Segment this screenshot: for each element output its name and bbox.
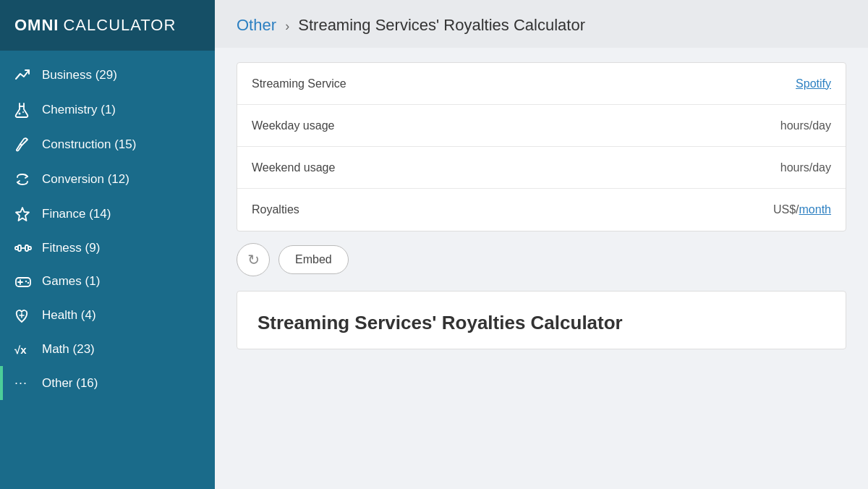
action-buttons: ↺ Embed [237, 243, 846, 276]
logo-calculator: CALCULATOR [63, 16, 176, 35]
business-icon [14, 67, 36, 83]
sidebar-item-health[interactable]: Health (4) [0, 298, 215, 333]
conversion-icon [14, 171, 36, 187]
sidebar-item-math-label: Math (23) [42, 342, 95, 357]
streaming-service-value: Spotify [796, 77, 831, 90]
sidebar-item-conversion-label: Conversion (12) [42, 172, 129, 187]
streaming-service-label: Streaming Service [252, 77, 796, 90]
royalties-value: US$/month [773, 203, 831, 216]
chemistry-icon [14, 102, 36, 118]
sidebar-item-games-label: Games (1) [42, 274, 100, 289]
construction-icon [14, 137, 36, 153]
other-icon: ··· [14, 375, 36, 391]
sidebar-item-construction-label: Construction (15) [42, 137, 136, 152]
svg-point-11 [25, 281, 27, 282]
sidebar-item-other[interactable]: ··· Other (16) [0, 366, 215, 400]
sidebar-item-finance-label: Finance (14) [42, 207, 111, 221]
sidebar-item-games[interactable]: Games (1) [0, 265, 215, 298]
sidebar-item-fitness[interactable]: Fitness (9) [0, 231, 215, 265]
main-content: Other › Streaming Services' Royalties Ca… [215, 0, 868, 489]
svg-point-12 [27, 282, 29, 284]
logo-omni: OMNI [14, 16, 59, 35]
breadcrumb-current: Streaming Services' Royalties Calculator [298, 16, 585, 34]
reset-button[interactable]: ↺ [237, 243, 270, 276]
reset-icon: ↺ [247, 251, 260, 268]
finance-icon [14, 206, 36, 222]
calc-row-weekend: Weekend usage hours/day [237, 147, 846, 189]
sidebar-header: OMNI CALCULATOR [0, 0, 215, 51]
sidebar-item-other-label: Other (16) [42, 376, 98, 391]
sidebar-item-conversion[interactable]: Conversion (12) [0, 162, 215, 197]
calc-row-streaming-service: Streaming Service Spotify [237, 63, 846, 105]
spotify-link[interactable]: Spotify [796, 77, 831, 90]
health-icon [14, 307, 36, 323]
sidebar-nav: Business (29) Chemistry (1) Construc [0, 51, 215, 489]
sidebar-item-finance[interactable]: Finance (14) [0, 197, 215, 231]
embed-button[interactable]: Embed [278, 245, 349, 274]
svg-rect-6 [25, 245, 28, 251]
svg-point-2 [22, 111, 24, 113]
sidebar-item-fitness-label: Fitness (9) [42, 241, 100, 255]
sidebar-item-business-label: Business (29) [42, 68, 117, 82]
sidebar-item-chemistry-label: Chemistry (1) [42, 103, 116, 117]
calc-row-weekday: Weekday usage hours/day [237, 105, 846, 147]
weekday-value: hours/day [780, 119, 831, 132]
calculator-card: Streaming Service Spotify Weekday usage … [237, 62, 846, 231]
article-title: Streaming Services' Royalties Calculator [258, 312, 825, 334]
games-icon [14, 275, 36, 288]
sidebar-item-chemistry[interactable]: Chemistry (1) [0, 93, 215, 127]
breadcrumb: Other › Streaming Services' Royalties Ca… [215, 0, 868, 48]
article-section: Streaming Services' Royalties Calculator [237, 291, 846, 349]
weekday-label: Weekday usage [252, 119, 780, 132]
sidebar-item-business[interactable]: Business (29) [0, 58, 215, 93]
calc-row-royalties: Royalties US$/month [237, 189, 846, 231]
sidebar-item-construction[interactable]: Construction (15) [0, 127, 215, 162]
math-icon: √x [14, 344, 36, 356]
sidebar-item-health-label: Health (4) [42, 308, 96, 323]
breadcrumb-separator: › [285, 19, 289, 33]
weekend-value: hours/day [780, 161, 831, 174]
sidebar: OMNI CALCULATOR Business (29) C [0, 0, 215, 489]
weekend-label: Weekend usage [252, 161, 780, 174]
svg-rect-5 [18, 245, 21, 251]
fitness-icon [14, 242, 36, 254]
sidebar-item-math[interactable]: √x Math (23) [0, 333, 215, 366]
royalties-label: Royalties [252, 203, 773, 216]
content-area: Streaming Service Spotify Weekday usage … [215, 48, 868, 489]
svg-point-1 [19, 113, 21, 115]
breadcrumb-other[interactable]: Other [237, 16, 276, 34]
royalties-month-link[interactable]: month [799, 203, 831, 216]
